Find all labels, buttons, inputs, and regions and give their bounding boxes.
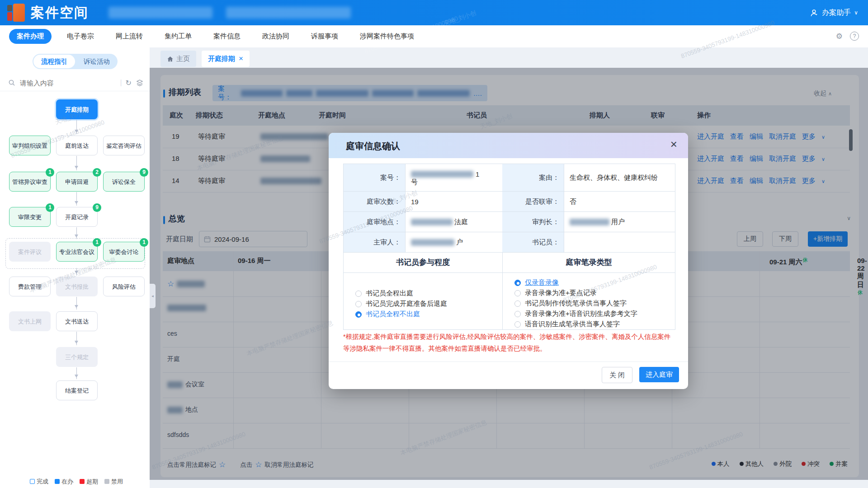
clerk-participation-title: 书记员参与程度 — [344, 253, 502, 272]
sidebar-collapse-handle[interactable]: ◂ — [150, 284, 156, 308]
count-badge: 9 — [140, 168, 148, 177]
nav-tab-online-transfer[interactable]: 网上流转 — [116, 32, 143, 41]
field-value-joint: 否 — [564, 192, 675, 211]
flow-node-judges-meeting[interactable]: 专业法官会议1 — [56, 242, 98, 262]
redacted-presiding — [411, 239, 454, 246]
flow-node-pretrial-service[interactable]: 庭前送达 — [56, 136, 98, 155]
flow-node-time-limit-change[interactable]: 审限变更1 — [9, 207, 51, 227]
nav-tab-efiles[interactable]: 电子卷宗 — [67, 32, 94, 41]
radio-icon — [514, 311, 521, 317]
nav-tab-work-orders[interactable]: 集约工单 — [165, 32, 192, 41]
gear-icon[interactable]: ⚙ — [836, 32, 843, 41]
radio-audio-video-only[interactable]: 仅录音录像 — [514, 277, 675, 288]
field-value-session-count: 19 — [405, 192, 502, 211]
refresh-icon[interactable]: ↻ — [126, 79, 132, 87]
field-label-joint: 是否联审： — [502, 192, 564, 211]
radio-icon — [355, 301, 362, 307]
radio-clerk-full-attendance[interactable]: 书记员全程出庭 — [355, 288, 502, 299]
search-input[interactable] — [19, 79, 116, 87]
tab-process-guide[interactable]: 流程指引 — [33, 55, 75, 68]
layers-icon[interactable] — [136, 79, 143, 86]
dialog-footer-divider — [329, 361, 688, 362]
radio-icon — [514, 300, 521, 307]
flow-node-preservation[interactable]: 诉讼保全9 — [103, 172, 145, 192]
nav-tab-litigation-services[interactable]: 诉服事项 — [311, 32, 338, 41]
tab-home[interactable]: 主页 — [160, 51, 196, 67]
flow-node-hearing-record[interactable]: 开庭记录9 — [56, 207, 98, 227]
record-type-title: 庭审笔录类型 — [502, 253, 675, 272]
app-logo — [7, 4, 25, 22]
flow-node-three-rules[interactable]: 三个规定 — [56, 347, 98, 367]
app-header: 案件空间 办案助手 ∨ — [0, 0, 868, 25]
redacted-case-no — [411, 171, 473, 178]
field-value-location: 法庭 — [405, 212, 502, 232]
flow-node-document-approval[interactable]: 文书报批 — [56, 277, 98, 296]
redacted-location — [411, 219, 453, 225]
field-label-presiding-judge: 审判长： — [502, 212, 564, 232]
flow-node-recusal-request[interactable]: 申请回避2 — [56, 172, 98, 192]
assistant-label: 办案助手 — [822, 8, 851, 18]
flow-node-court-scheduling[interactable]: 开庭排期 — [56, 99, 98, 119]
flow-status-legend: 完成 在办 超期 禁用 — [30, 478, 123, 486]
field-value-clerk — [564, 232, 675, 252]
flow-node-risk-assessment[interactable]: 风险评估 — [103, 277, 145, 296]
redacted-header-text — [108, 7, 212, 19]
flow-node-case-review[interactable]: 案件评议 — [9, 242, 51, 262]
count-badge: 1 — [93, 238, 101, 247]
radio-av-plus-speech-recognition[interactable]: 录音录像为准+语音识别生成参考文字 — [514, 309, 675, 319]
field-label-location: 庭审地点： — [344, 212, 405, 232]
field-label-cause: 案由： — [502, 164, 564, 191]
field-label-chief-judge: 主审人： — [344, 232, 405, 252]
flow-node-document-publish[interactable]: 文书上网 — [9, 311, 51, 331]
radio-clerk-leave-after-prep[interactable]: 书记员完成开庭准备后退庭 — [355, 299, 502, 309]
flow-node-case-closing[interactable]: 结案登记 — [56, 380, 98, 400]
field-label-session-count: 庭审次数： — [344, 192, 405, 211]
close-icon[interactable]: × — [239, 54, 243, 63]
flow-node-committee-discussion[interactable]: 审委会讨论1 — [103, 242, 145, 262]
flow-node-appraisal-consult[interactable]: 鉴定咨询评估 — [103, 136, 145, 155]
enter-hearing-button[interactable]: 进入庭审 — [639, 367, 679, 382]
assistant-menu[interactable]: 办案助手 ∨ — [810, 0, 858, 25]
radio-icon — [355, 291, 362, 297]
field-value-cause: 生命权、身体权、健康权纠纷 — [564, 164, 675, 191]
sidebar: 流程指引 诉讼活动 | ↻ 开庭排期 审判组织设置 庭前送达 鉴定咨询评估 管辖… — [0, 47, 150, 488]
field-label-case-no: 案号： — [344, 164, 405, 191]
user-icon — [810, 9, 819, 17]
sidebar-tabs: 流程指引 诉讼活动 — [33, 54, 118, 69]
field-value-presiding-judge: 用户 — [564, 212, 675, 232]
sidebar-search: | ↻ — [0, 75, 150, 91]
hearing-info-table: 案号： 1号 案由： 生命权、身体权、健康权纠纷 庭审次数： 19 是否联审： … — [343, 164, 675, 330]
radio-icon — [514, 321, 521, 328]
count-badge: 9 — [93, 203, 101, 212]
nav-tab-political-legal[interactable]: 政法协同 — [262, 32, 289, 41]
flow-node-document-service[interactable]: 文书送达 — [56, 311, 98, 331]
live-broadcast-warning: *根据规定,案件庭审直播需要进行风险评估,经风险评估较高的案件、涉敏感案件、涉密… — [343, 331, 676, 354]
search-icon — [8, 79, 15, 86]
redacted-header-text — [226, 7, 351, 19]
hearing-confirm-dialog: 庭审信息确认 × 案号： 1号 案由： 生命权、身体权、健康权纠纷 庭审次数： … — [329, 133, 688, 389]
count-badge: 1 — [46, 203, 54, 212]
help-icon[interactable]: ? — [850, 32, 859, 41]
field-label-clerk: 书记员： — [502, 232, 564, 252]
flow-node-fee-management[interactable]: 费款管理 — [9, 277, 51, 296]
count-badge: 2 — [93, 168, 101, 177]
radio-icon-selected — [514, 280, 521, 286]
flow-node-trial-organization[interactable]: 审判组织设置 — [9, 136, 51, 155]
close-icon[interactable]: × — [670, 138, 677, 150]
count-badge: 1 — [46, 168, 54, 177]
close-button[interactable]: 关 闭 — [602, 367, 632, 383]
nav-tab-case-info[interactable]: 案件信息 — [213, 32, 241, 41]
radio-speech-recognition-transcript[interactable]: 语音识别生成笔录供当事人签字 — [514, 319, 675, 329]
nav-tab-case-handling[interactable]: 案件办理 — [9, 29, 52, 44]
home-icon — [167, 56, 174, 62]
tab-litigation-activity[interactable]: 诉讼活动 — [76, 55, 118, 68]
chevron-down-icon: ∨ — [854, 9, 858, 16]
divider: | — [120, 79, 122, 87]
radio-av-plus-key-notes[interactable]: 录音录像为准+要点记录 — [514, 288, 675, 298]
field-value-case-no: 1号 — [405, 164, 502, 191]
tab-court-scheduling[interactable]: 开庭排期 × — [202, 51, 250, 67]
radio-traditional-transcript[interactable]: 书记员制作传统笔录供当事人签字 — [514, 298, 675, 309]
radio-clerk-no-attendance[interactable]: 书记员全程不出庭 — [355, 309, 502, 319]
nav-tab-internet-cases[interactable]: 涉网案件特色事项 — [360, 32, 414, 41]
flow-node-jurisdiction-objection[interactable]: 管辖异议审查1 — [9, 172, 51, 192]
